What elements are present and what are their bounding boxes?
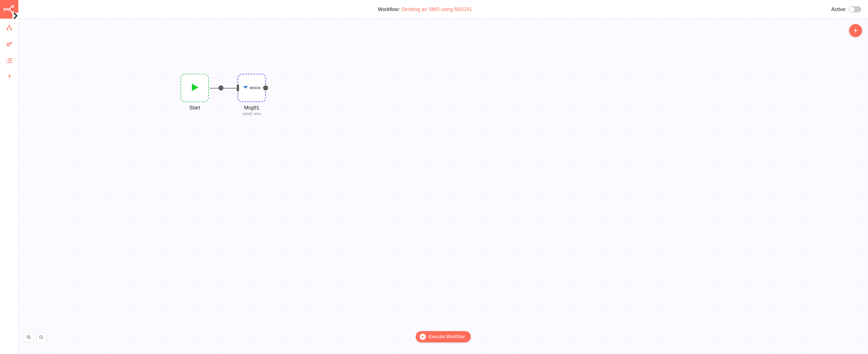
svg-point-0 — [4, 8, 6, 10]
credentials-icon[interactable] — [6, 41, 13, 48]
active-toggle[interactable] — [849, 6, 861, 12]
workflow-canvas[interactable]: + Start MSG91 Msg91 — [19, 19, 868, 354]
sidebar: 123 — [0, 19, 19, 354]
page-title: Workflow: Sending an SMS using MSG91 — [19, 6, 831, 12]
node-connection[interactable] — [210, 88, 239, 88]
main-area: 123 + Start — [0, 19, 868, 354]
app-logo — [0, 0, 19, 19]
msg91-logo-text: MSG91 — [250, 86, 261, 90]
app-header: Workflow: Sending an SMS using MSG91 Act… — [0, 0, 868, 19]
output-port[interactable] — [263, 85, 268, 90]
workflow-name[interactable]: Sending an SMS using MSG91 — [402, 6, 472, 12]
workflows-icon[interactable] — [6, 24, 13, 31]
input-port[interactable] — [237, 85, 239, 91]
svg-line-16 — [29, 338, 31, 339]
active-label: Active: — [831, 6, 846, 12]
svg-line-20 — [42, 338, 43, 339]
executions-icon[interactable]: 123 — [6, 57, 13, 64]
play-circle-icon — [420, 334, 426, 340]
node-start: Start — [181, 74, 209, 111]
output-port[interactable] — [218, 85, 223, 90]
svg-rect-5 — [6, 29, 8, 30]
node-subtitle: send: sms — [238, 111, 266, 116]
node-label: Msg91 — [238, 105, 266, 111]
execute-label: Execute Workflow — [429, 334, 465, 339]
node-label: Start — [181, 105, 209, 111]
node-start-box[interactable] — [181, 74, 209, 102]
title-prefix: Workflow: — [378, 6, 402, 12]
play-icon — [189, 82, 200, 94]
expand-sidebar-button[interactable] — [12, 13, 19, 19]
zoom-out-button[interactable] — [36, 332, 46, 343]
svg-rect-4 — [8, 25, 10, 27]
svg-point-1 — [7, 8, 9, 10]
msg91-logo-icon: MSG91 — [242, 85, 261, 90]
svg-point-14 — [9, 78, 10, 79]
header-right: Active: — [831, 6, 861, 12]
svg-rect-6 — [10, 29, 11, 30]
node-msg91: MSG91 Msg91 send: sms — [238, 74, 266, 116]
execute-workflow-button[interactable]: Execute Workflow — [415, 331, 471, 343]
svg-text:3: 3 — [6, 61, 7, 64]
zoom-in-button[interactable] — [24, 332, 34, 343]
help-icon[interactable] — [6, 73, 13, 80]
node-msg91-box[interactable]: MSG91 — [238, 74, 266, 102]
zoom-controls — [24, 332, 46, 343]
plus-icon: + — [853, 26, 858, 35]
add-node-button[interactable]: + — [849, 24, 862, 37]
svg-point-2 — [11, 5, 13, 7]
